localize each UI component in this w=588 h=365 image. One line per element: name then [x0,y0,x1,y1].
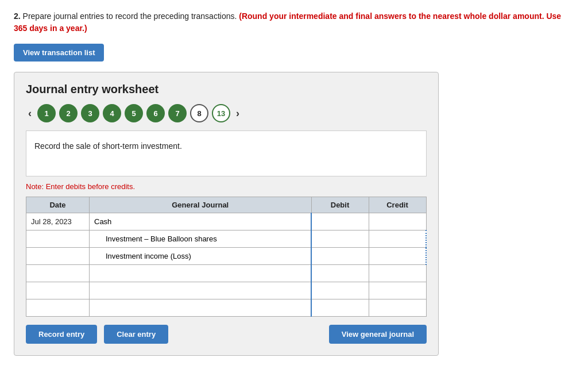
credit-cell[interactable] [369,282,426,299]
table-row: Jul 28, 2023 [26,213,427,230]
credit-input-3[interactable] [374,252,421,260]
question-text: 2. Prepare journal entries to record the… [14,10,574,34]
date-cell: Jul 28, 2023 [26,213,90,230]
debit-cell[interactable] [311,213,369,230]
journal-input-2[interactable] [94,235,306,243]
journal-input-3[interactable] [94,252,306,260]
journal-cell[interactable] [90,248,312,265]
record-entry-button[interactable]: Record entry [26,325,97,344]
note-text: Note: Enter debits before credits. [26,182,427,191]
credit-cell[interactable] [369,265,426,282]
tab-2[interactable]: 2 [59,104,78,122]
tab-7[interactable]: 7 [168,104,187,122]
date-cell [26,282,90,299]
debit-cell[interactable] [311,230,369,248]
col-header-credit: Credit [369,197,426,213]
prev-tab-button[interactable]: ‹ [26,107,34,120]
credit-cell[interactable] [369,213,426,230]
col-header-date: Date [26,197,90,213]
journal-input-4[interactable] [94,269,306,278]
instruction-text: Record the sale of short-term investment… [34,141,182,151]
tab-5[interactable]: 5 [125,104,143,122]
credit-cell[interactable] [369,299,426,317]
next-tab-button[interactable]: › [234,107,242,120]
credit-input-5[interactable] [374,286,421,295]
debit-input-4[interactable] [316,269,364,278]
date-cell [26,230,90,248]
date-cell [26,265,90,282]
table-row [26,230,427,248]
credit-cell[interactable] [369,248,426,265]
debit-cell[interactable] [311,248,369,265]
view-general-journal-button[interactable]: View general journal [329,325,427,344]
debit-input-2[interactable] [316,235,364,243]
table-row [26,299,427,317]
journal-cell[interactable] [90,230,312,248]
journal-entry-worksheet: Journal entry worksheet ‹ 1 2 3 4 5 6 7 … [14,72,439,356]
credit-cell[interactable] [369,230,426,248]
debit-cell[interactable] [311,299,369,317]
col-header-general-journal: General Journal [90,197,312,213]
journal-input-6[interactable] [94,303,306,312]
date-cell [26,299,90,317]
debit-cell[interactable] [311,282,369,299]
tab-13[interactable]: 13 [212,104,230,122]
journal-cell[interactable] [90,265,312,282]
table-row [26,282,427,299]
journal-cell[interactable] [90,213,312,230]
journal-cell[interactable] [90,282,312,299]
journal-entry-table: Date General Journal Debit Credit Jul 28… [26,197,427,317]
credit-input-2[interactable] [374,235,421,243]
credit-input-1[interactable] [374,217,421,226]
journal-input-1[interactable] [94,217,306,226]
button-row: Record entry Clear entry View general jo… [26,325,427,344]
table-row [26,265,427,282]
debit-cell[interactable] [311,265,369,282]
journal-cell[interactable] [90,299,312,317]
date-cell [26,248,90,265]
question-number: 2. [14,11,21,21]
col-header-debit: Debit [311,197,369,213]
tab-8[interactable]: 8 [190,104,208,122]
debit-input-3[interactable] [316,252,364,260]
tab-6[interactable]: 6 [146,104,165,122]
debit-input-6[interactable] [316,303,364,312]
tab-4[interactable]: 4 [103,104,121,122]
tab-1[interactable]: 1 [37,104,56,122]
journal-input-5[interactable] [94,286,306,295]
credit-input-6[interactable] [374,303,421,312]
tab-navigation: ‹ 1 2 3 4 5 6 7 8 13 › [26,104,427,122]
clear-entry-button[interactable]: Clear entry [104,325,168,344]
instruction-box: Record the sale of short-term investment… [26,130,427,176]
debit-input-1[interactable] [316,217,364,226]
view-transaction-list-button[interactable]: View transaction list [14,44,104,62]
credit-input-4[interactable] [374,269,421,278]
table-row [26,248,427,265]
tab-3[interactable]: 3 [81,104,99,122]
debit-input-5[interactable] [316,286,364,295]
worksheet-title: Journal entry worksheet [26,83,427,96]
